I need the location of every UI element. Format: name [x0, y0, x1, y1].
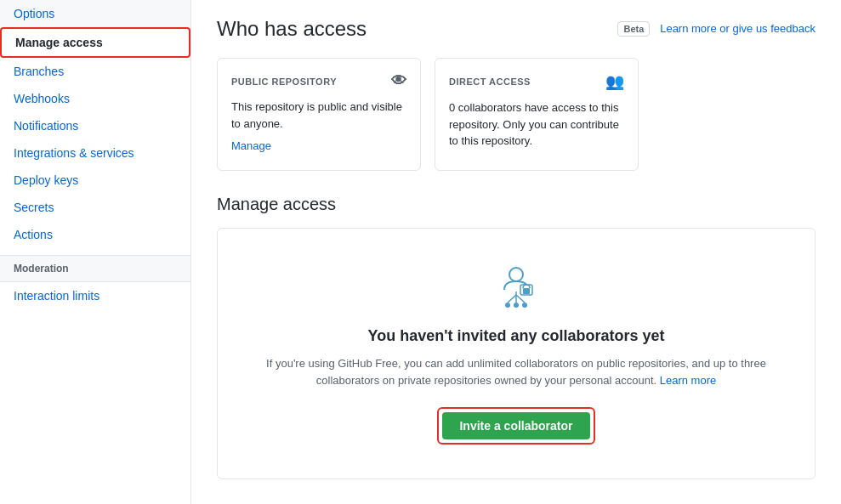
- sidebar-item-deploy-keys[interactable]: Deploy keys: [0, 167, 190, 194]
- direct-access-card: DIRECT ACCESS 👥 0 collaborators have acc…: [435, 58, 639, 171]
- card-label-direct: DIRECT ACCESS 👥: [449, 72, 624, 91]
- sidebar: Options Manage access Branches Webhooks …: [0, 0, 191, 504]
- sidebar-item-notifications[interactable]: Notifications: [0, 112, 190, 139]
- beta-badge: Beta: [617, 21, 650, 37]
- page-title: Who has access: [217, 17, 367, 41]
- collaborator-illustration: [491, 263, 542, 314]
- manage-access-section-title: Manage access: [217, 195, 815, 214]
- manage-link[interactable]: Manage: [231, 139, 271, 152]
- svg-line-8: [516, 295, 525, 303]
- people-icon: 👥: [605, 72, 625, 91]
- main-content: Who has access Beta Learn more or give u…: [191, 0, 841, 504]
- svg-rect-2: [523, 288, 530, 294]
- sidebar-item-options[interactable]: Options: [0, 0, 190, 27]
- card-label-public: PUBLIC REPOSITORY 👁: [231, 72, 406, 90]
- sidebar-item-interaction-limits[interactable]: Interaction limits: [0, 282, 190, 309]
- eye-icon: 👁: [391, 72, 407, 90]
- svg-line-6: [508, 295, 516, 303]
- page-header: Who has access Beta Learn more or give u…: [217, 17, 815, 41]
- sidebar-item-manage-access[interactable]: Manage access: [0, 27, 190, 58]
- learn-more-link[interactable]: Learn more: [660, 374, 716, 387]
- moderation-section-header: Moderation: [0, 255, 190, 282]
- sidebar-item-secrets[interactable]: Secrets: [0, 194, 190, 221]
- public-repo-card: PUBLIC REPOSITORY 👁 This repository is p…: [217, 58, 421, 171]
- svg-point-4: [514, 303, 519, 308]
- manage-heading: You haven't invited any collaborators ye…: [235, 327, 798, 345]
- card-text-public: This repository is public and visible to…: [231, 99, 406, 132]
- sidebar-item-integrations[interactable]: Integrations & services: [0, 139, 190, 167]
- access-cards: PUBLIC REPOSITORY 👁 This repository is p…: [217, 58, 815, 171]
- header-right: Beta Learn more or give us feedback: [617, 21, 815, 37]
- sidebar-item-webhooks[interactable]: Webhooks: [0, 85, 190, 112]
- manage-access-box: You haven't invited any collaborators ye…: [217, 228, 815, 480]
- sidebar-item-actions[interactable]: Actions: [0, 221, 190, 248]
- feedback-link[interactable]: Learn more or give us feedback: [660, 22, 815, 35]
- svg-point-0: [509, 268, 523, 281]
- svg-point-5: [522, 303, 527, 308]
- invite-button-wrapper: Invite a collaborator: [437, 407, 594, 445]
- invite-collaborator-button[interactable]: Invite a collaborator: [442, 412, 589, 439]
- manage-desc: If you're using GitHub Free, you can add…: [261, 355, 771, 391]
- card-text-direct: 0 collaborators have access to this repo…: [449, 99, 624, 150]
- sidebar-item-branches[interactable]: Branches: [0, 58, 190, 85]
- svg-point-3: [505, 303, 510, 308]
